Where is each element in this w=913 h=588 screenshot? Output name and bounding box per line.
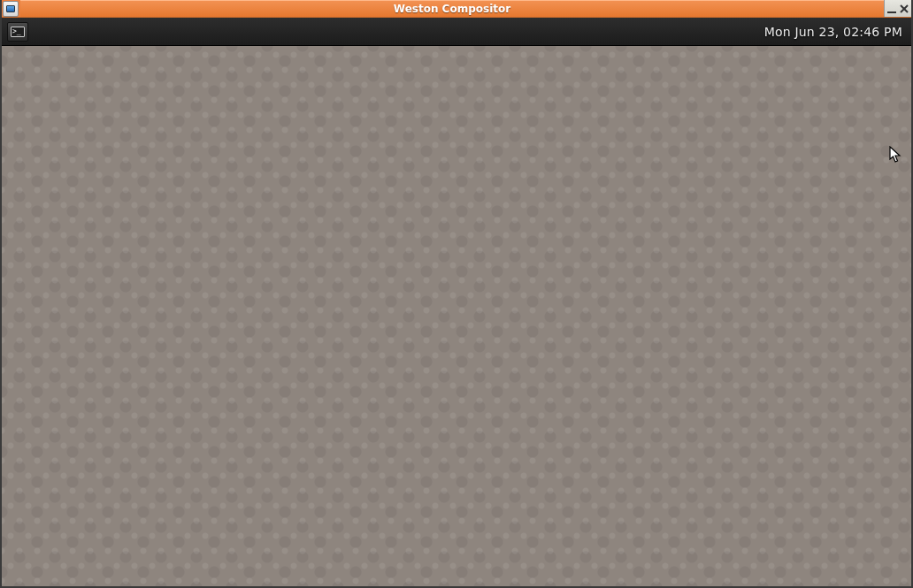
svg-rect-0 xyxy=(887,11,896,13)
window-controls xyxy=(884,0,911,17)
window-titlebar[interactable]: Weston Compositor xyxy=(2,0,911,18)
close-button[interactable] xyxy=(898,1,910,17)
minimize-button[interactable] xyxy=(886,1,898,17)
window-menu-icon[interactable] xyxy=(3,1,19,17)
weston-desktop[interactable] xyxy=(2,46,911,586)
weston-root: >_ Mon Jun 23, 02:46 PM xyxy=(2,18,911,586)
panel-clock: Mon Jun 23, 02:46 PM xyxy=(764,25,902,39)
terminal-icon: >_ xyxy=(11,27,25,37)
outer-window: Weston Compositor >_ Mon J xyxy=(0,0,913,588)
window-title: Weston Compositor xyxy=(20,0,884,17)
terminal-launcher[interactable]: >_ xyxy=(7,22,28,42)
weston-panel: >_ Mon Jun 23, 02:46 PM xyxy=(2,18,911,46)
